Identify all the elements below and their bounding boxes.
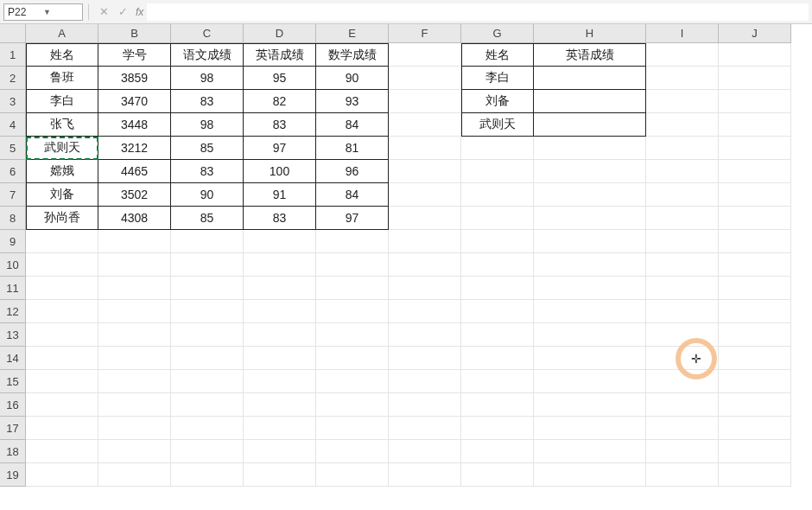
cell-E6[interactable]: 96 — [316, 160, 389, 183]
cell-C14[interactable] — [171, 347, 244, 370]
cell-G16[interactable] — [461, 393, 534, 417]
name-box[interactable]: P22 ▼ — [3, 3, 83, 21]
cell-I6[interactable] — [646, 160, 719, 183]
cell-F7[interactable] — [389, 183, 461, 207]
row-header-12[interactable]: 12 — [0, 300, 26, 323]
cell-G2[interactable]: 李白 — [461, 67, 534, 90]
cell-I1[interactable] — [646, 43, 719, 67]
cell-F2[interactable] — [389, 67, 461, 90]
cell-J15[interactable] — [719, 370, 791, 393]
cell-H14[interactable] — [534, 347, 646, 370]
cell-H6[interactable] — [534, 160, 646, 183]
cell-E3[interactable]: 93 — [316, 90, 389, 113]
cell-J14[interactable] — [719, 347, 791, 370]
cell-G11[interactable] — [461, 277, 534, 300]
cell-E19[interactable] — [316, 463, 389, 487]
cell-G14[interactable] — [461, 347, 534, 370]
cell-B14[interactable] — [98, 347, 171, 370]
cell-D18[interactable] — [244, 440, 316, 463]
cell-J19[interactable] — [719, 463, 791, 487]
cell-F1[interactable] — [389, 43, 461, 67]
row-header-5[interactable]: 5 — [0, 137, 26, 160]
cell-A7[interactable]: 刘备 — [26, 183, 98, 207]
cell-C12[interactable] — [171, 300, 244, 323]
cell-B2[interactable]: 3859 — [98, 67, 171, 90]
cell-J1[interactable] — [719, 43, 791, 67]
cell-C19[interactable] — [171, 463, 244, 487]
cell-I19[interactable] — [646, 463, 719, 487]
cell-B1[interactable]: 学号 — [98, 43, 171, 67]
cell-H19[interactable] — [534, 463, 646, 487]
cell-A12[interactable] — [26, 300, 98, 323]
cell-F19[interactable] — [389, 463, 461, 487]
column-header-G[interactable]: G — [461, 24, 534, 43]
cell-I12[interactable] — [646, 300, 719, 323]
cell-F15[interactable] — [389, 370, 461, 393]
column-header-D[interactable]: D — [244, 24, 316, 43]
cell-B16[interactable] — [98, 393, 171, 417]
cell-C1[interactable]: 语文成绩 — [171, 43, 244, 67]
cell-C8[interactable]: 85 — [171, 207, 244, 230]
cell-D19[interactable] — [244, 463, 316, 487]
cell-C3[interactable]: 83 — [171, 90, 244, 113]
cell-A8[interactable]: 孙尚香 — [26, 207, 98, 230]
cell-H11[interactable] — [534, 277, 646, 300]
cell-E14[interactable] — [316, 347, 389, 370]
column-header-J[interactable]: J — [719, 24, 791, 43]
cell-B12[interactable] — [98, 300, 171, 323]
cell-G13[interactable] — [461, 323, 534, 347]
cell-G19[interactable] — [461, 463, 534, 487]
formula-input[interactable] — [147, 3, 809, 21]
cell-C11[interactable] — [171, 277, 244, 300]
cell-I18[interactable] — [646, 440, 719, 463]
cell-F10[interactable] — [389, 253, 461, 277]
cell-A6[interactable]: 嫦娥 — [26, 160, 98, 183]
row-header-18[interactable]: 18 — [0, 440, 26, 463]
cell-G12[interactable] — [461, 300, 534, 323]
cell-D1[interactable]: 英语成绩 — [244, 43, 316, 67]
cell-H5[interactable] — [534, 137, 646, 160]
cell-H17[interactable] — [534, 417, 646, 440]
cell-F14[interactable] — [389, 347, 461, 370]
cell-E18[interactable] — [316, 440, 389, 463]
cell-E4[interactable]: 84 — [316, 113, 389, 137]
cell-C17[interactable] — [171, 417, 244, 440]
cell-D12[interactable] — [244, 300, 316, 323]
cell-D11[interactable] — [244, 277, 316, 300]
row-header-13[interactable]: 13 — [0, 323, 26, 347]
cell-C16[interactable] — [171, 393, 244, 417]
cell-A10[interactable] — [26, 253, 98, 277]
cell-I9[interactable] — [646, 230, 719, 253]
row-header-10[interactable]: 10 — [0, 253, 26, 277]
cell-H1[interactable]: 英语成绩 — [534, 43, 646, 67]
column-header-C[interactable]: C — [171, 24, 244, 43]
cell-E13[interactable] — [316, 323, 389, 347]
cell-A2[interactable]: 鲁班 — [26, 67, 98, 90]
cell-J4[interactable] — [719, 113, 791, 137]
row-header-4[interactable]: 4 — [0, 113, 26, 137]
cell-H12[interactable] — [534, 300, 646, 323]
cell-A19[interactable] — [26, 463, 98, 487]
cell-B19[interactable] — [98, 463, 171, 487]
column-header-B[interactable]: B — [98, 24, 171, 43]
cell-J12[interactable] — [719, 300, 791, 323]
cell-C5[interactable]: 85 — [171, 137, 244, 160]
cell-A18[interactable] — [26, 440, 98, 463]
row-header-19[interactable]: 19 — [0, 463, 26, 487]
cell-B11[interactable] — [98, 277, 171, 300]
cell-H10[interactable] — [534, 253, 646, 277]
cell-J13[interactable] — [719, 323, 791, 347]
cell-F17[interactable] — [389, 417, 461, 440]
cell-B15[interactable] — [98, 370, 171, 393]
cell-J16[interactable] — [719, 393, 791, 417]
cell-B18[interactable] — [98, 440, 171, 463]
cell-G9[interactable] — [461, 230, 534, 253]
cell-I10[interactable] — [646, 253, 719, 277]
cell-D17[interactable] — [244, 417, 316, 440]
cell-H2[interactable] — [534, 67, 646, 90]
cell-I5[interactable] — [646, 137, 719, 160]
cell-I4[interactable] — [646, 113, 719, 137]
cell-J6[interactable] — [719, 160, 791, 183]
cell-C10[interactable] — [171, 253, 244, 277]
cell-E12[interactable] — [316, 300, 389, 323]
